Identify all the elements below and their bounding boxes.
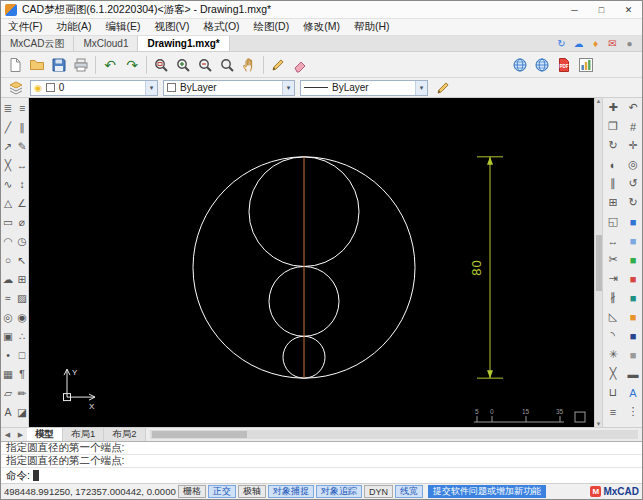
rotate-icon[interactable]: ↻ bbox=[603, 136, 623, 155]
vscroll-thumb[interactable] bbox=[596, 235, 602, 291]
divide-icon[interactable]: ∴ bbox=[15, 326, 29, 345]
command-input[interactable]: 命令: bbox=[1, 468, 642, 483]
menu-help[interactable]: 帮助(H) bbox=[347, 19, 397, 35]
layout-tab-layout1[interactable]: 布局1 bbox=[63, 428, 104, 441]
save-button[interactable] bbox=[48, 54, 70, 76]
region-icon[interactable]: ▱ bbox=[1, 383, 15, 402]
new-file-button[interactable] bbox=[4, 54, 26, 76]
dim-angular-icon[interactable]: ∠ bbox=[15, 193, 29, 212]
draworder-back-icon[interactable]: ■ bbox=[623, 231, 643, 250]
canvas-hscrollbar[interactable] bbox=[150, 430, 638, 439]
menu-modify[interactable]: 修改(M) bbox=[296, 19, 347, 35]
lineweight-icon[interactable]: ▬ bbox=[623, 364, 643, 383]
toggle-dyn[interactable]: DYN bbox=[364, 485, 393, 498]
color-picker-icon[interactable]: ■ bbox=[623, 326, 643, 345]
refresh-icon[interactable]: ↻ bbox=[554, 36, 569, 51]
mxcad-web-button[interactable] bbox=[509, 54, 531, 76]
canvas-vscrollbar[interactable]: ▲ ▼ bbox=[594, 98, 602, 427]
arc-icon[interactable]: ◠ bbox=[1, 231, 15, 250]
cloud-share-button[interactable] bbox=[531, 54, 553, 76]
spline-icon[interactable]: ≈ bbox=[1, 288, 15, 307]
pan-tool-icon[interactable]: ✛ bbox=[623, 136, 643, 155]
tab-mxcloud1[interactable]: MxCloud1 bbox=[74, 36, 138, 51]
layout-tab-layout2[interactable]: 布局2 bbox=[104, 428, 145, 441]
point-icon[interactable]: • bbox=[1, 345, 15, 364]
zoom-out-button[interactable] bbox=[194, 54, 216, 76]
color-caret-icon[interactable]: ▾ bbox=[282, 81, 294, 95]
circle-icon[interactable]: ○ bbox=[1, 250, 15, 269]
mail-icon[interactable]: ✉ bbox=[605, 36, 620, 51]
revision-cloud-icon[interactable]: ☁ bbox=[1, 269, 15, 288]
minimize-button[interactable]: ─ bbox=[561, 1, 588, 18]
draw-menu-icon[interactable]: ≣ bbox=[1, 98, 15, 117]
tools-menu-icon[interactable]: ≡ bbox=[15, 98, 29, 117]
boundary-icon[interactable]: □ bbox=[15, 345, 29, 364]
line-icon[interactable]: ╱ bbox=[1, 117, 15, 136]
sketch-icon[interactable]: ✏ bbox=[15, 383, 29, 402]
stretch-icon[interactable]: ↔ bbox=[603, 231, 623, 250]
hscroll-thumb[interactable] bbox=[152, 431, 247, 438]
extend-icon[interactable]: ⇥ bbox=[603, 269, 623, 288]
menu-file[interactable]: 文件(F) bbox=[1, 19, 49, 35]
table-icon[interactable]: ⊞ bbox=[15, 269, 29, 288]
draworder-front-icon[interactable]: ■ bbox=[623, 212, 643, 231]
undo-button[interactable]: ↶ bbox=[99, 54, 121, 76]
layer-manager-button[interactable] bbox=[6, 79, 25, 97]
eraser-tool-icon[interactable]: ◪ bbox=[15, 402, 29, 421]
fillet-icon[interactable]: ◝ bbox=[603, 326, 623, 345]
layer-lock-icon[interactable]: ■ bbox=[623, 307, 643, 326]
layer-on-icon[interactable]: ■ bbox=[623, 250, 643, 269]
layout-next-icon[interactable]: ▶ bbox=[14, 431, 27, 439]
drawing-canvas[interactable]: 80 Y X bbox=[29, 98, 594, 427]
tab-drawing1[interactable]: Drawing1.mxg* bbox=[138, 36, 229, 51]
menu-format[interactable]: 格式(O) bbox=[196, 19, 246, 35]
color-select[interactable]: ByLayer ▾ bbox=[163, 80, 295, 96]
zoom-in-button[interactable] bbox=[172, 54, 194, 76]
array-icon[interactable]: ⊞ bbox=[603, 193, 623, 212]
feedback-link[interactable]: 提交软件问题或增加新功能 bbox=[428, 485, 546, 498]
redo-button[interactable]: ↷ bbox=[121, 54, 143, 76]
hatch-icon[interactable]: ▦ bbox=[1, 364, 15, 383]
rectangle-icon[interactable]: ▭ bbox=[1, 212, 15, 231]
report-button[interactable] bbox=[575, 54, 597, 76]
pan-button[interactable] bbox=[238, 54, 260, 76]
dim-linear-icon[interactable]: ↔ bbox=[15, 155, 29, 174]
maximize-button[interactable]: □ bbox=[588, 1, 615, 18]
cloud-icon[interactable]: ☁ bbox=[571, 36, 586, 51]
user-icon[interactable]: ● bbox=[622, 36, 637, 51]
zoom-window-button[interactable] bbox=[150, 54, 172, 76]
orbit-icon[interactable]: ◎ bbox=[623, 155, 643, 174]
offset-icon[interactable]: ∥ bbox=[603, 174, 623, 193]
named-views-icon[interactable]: # bbox=[623, 117, 643, 136]
join-icon[interactable]: ⊔ bbox=[603, 383, 623, 402]
layout-prev-icon[interactable]: ◀ bbox=[1, 431, 14, 439]
ray-icon[interactable]: ↗ bbox=[1, 136, 15, 155]
menu-view[interactable]: 视图(V) bbox=[147, 19, 196, 35]
construction-line-icon[interactable]: ╳ bbox=[1, 155, 15, 174]
edit-polyline-icon[interactable]: ✎ bbox=[15, 136, 29, 155]
zoom-extents-button[interactable] bbox=[216, 54, 238, 76]
layer-off-icon[interactable]: ■ bbox=[623, 269, 643, 288]
copy-icon[interactable]: ❐ bbox=[603, 117, 623, 136]
pdf-export-button[interactable] bbox=[553, 54, 575, 76]
linetype-tool-icon[interactable]: ■ bbox=[623, 345, 643, 364]
toggle-grid[interactable]: 栅格 bbox=[178, 485, 206, 498]
layer-caret-icon[interactable]: ▾ bbox=[145, 81, 157, 95]
explode-icon[interactable]: ✳ bbox=[603, 345, 623, 364]
linetype-caret-icon[interactable]: ▾ bbox=[415, 81, 427, 95]
tab-mxcad-cloud[interactable]: MxCAD云图 bbox=[1, 36, 74, 51]
chamfer-icon[interactable]: ◺ bbox=[603, 307, 623, 326]
leader-icon[interactable]: ↖ bbox=[15, 250, 29, 269]
polyline-icon[interactable]: ∿ bbox=[1, 174, 15, 193]
block-icon[interactable]: ▣ bbox=[1, 326, 15, 345]
more-icon[interactable]: ⋮ bbox=[623, 402, 643, 421]
edit-pencil-button[interactable] bbox=[433, 79, 452, 97]
erase-button[interactable] bbox=[289, 54, 311, 76]
toggle-ortho[interactable]: 正交 bbox=[208, 485, 236, 498]
toggle-lineweight[interactable]: 线宽 bbox=[395, 485, 423, 498]
ellipse-icon[interactable]: ◎ bbox=[1, 307, 15, 326]
scroll-up-icon[interactable]: ▲ bbox=[596, 98, 602, 104]
dim-radius-icon[interactable]: ◷ bbox=[15, 231, 29, 250]
menu-edit[interactable]: 编辑(E) bbox=[98, 19, 147, 35]
wipeout-icon[interactable]: ▨ bbox=[15, 288, 29, 307]
